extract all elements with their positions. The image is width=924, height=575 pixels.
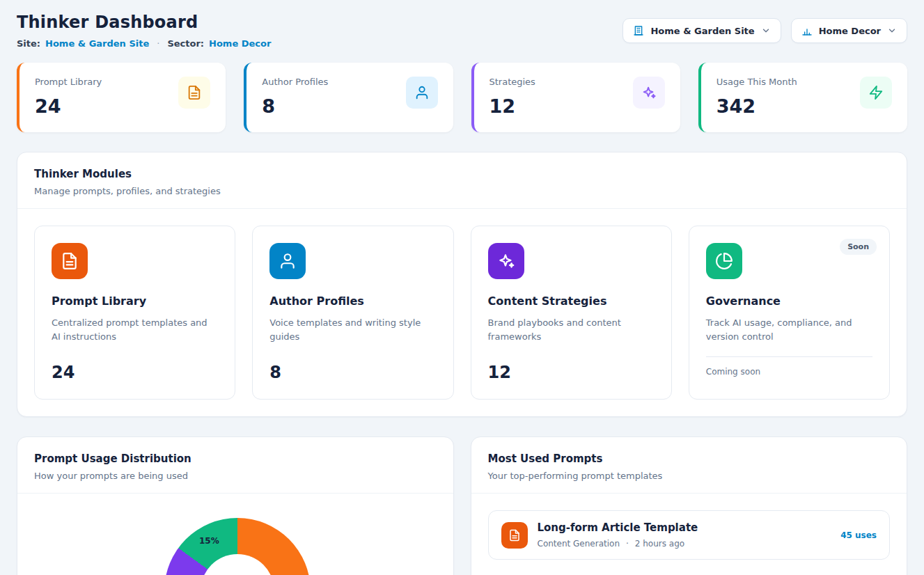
modules-grid: Prompt Library Centralized prompt templa… [17,209,907,416]
header-left: Thinker Dashboard Site: Home & Garden Si… [17,13,271,49]
site-selector-label: Home & Garden Site [650,26,754,36]
dashboard-page: Thinker Dashboard Site: Home & Garden Si… [0,0,924,575]
sector-selector-label: Home Decor [819,26,881,36]
stat-label: Author Profiles [262,77,328,87]
stat-value: 342 [717,95,797,117]
prompt-item-separator: · [626,539,629,549]
sector-label: Sector: [167,38,204,49]
stat-card-prompt-library: Prompt Library 24 [17,63,226,132]
prompt-list: Long-form Article Template Content Gener… [471,494,907,575]
thinker-modules-panel: Thinker Modules Manage prompts, profiles… [17,152,907,417]
stat-card-usage: Usage This Month 342 [698,63,907,132]
pie-chart-icon [706,243,742,279]
user-icon [269,243,306,279]
site-label: Site: [17,38,40,49]
stat-card-strategies: Strategies 12 [471,63,680,132]
coming-soon-text: Coming soon [706,367,872,377]
page-title: Thinker Dashboard [17,13,271,32]
stat-label: Usage This Month [717,77,797,87]
file-text-icon [178,77,210,109]
lightning-icon [860,77,892,109]
modules-panel-header: Thinker Modules Manage prompts, profiles… [17,152,907,209]
chevron-down-icon [761,26,771,36]
page-header: Thinker Dashboard Site: Home & Garden Si… [17,13,907,49]
prompts-card-title: Most Used Prompts [488,452,891,465]
bar-chart-icon [801,25,813,36]
stat-label: Prompt Library [35,77,102,87]
module-card-prompt-library[interactable]: Prompt Library Centralized prompt templa… [34,226,235,400]
stat-card-author-profiles: Author Profiles 8 [244,63,453,132]
meta-separator: · [157,38,159,49]
module-title: Prompt Library [52,294,218,308]
module-count: 24 [52,363,218,382]
module-card-author-profiles[interactable]: Author Profiles Voice templates and writ… [252,226,453,400]
file-text-icon [52,243,88,279]
prompts-card-subtitle: Your top-performing prompt templates [488,471,891,481]
stat-value: 8 [262,95,328,117]
module-card-governance[interactable]: Soon Governance Track AI usage, complian… [689,226,890,400]
modules-title: Thinker Modules [34,168,890,180]
module-description: Brand playbooks and content frameworks [488,316,655,344]
sector-selector-dropdown[interactable]: Home Decor [791,18,907,43]
usage-card-header: Prompt Usage Distribution How your promp… [17,437,453,494]
most-used-prompts-card: Most Used Prompts Your top-performing pr… [471,436,908,575]
sparkles-icon [633,77,665,109]
stat-value: 24 [35,95,102,117]
donut-slice-label: 15% [199,536,219,546]
stats-row: Prompt Library 24 Author Profiles 8 Stra… [17,63,907,132]
modules-subtitle: Manage prompts, profiles, and strategies [34,186,890,196]
sparkles-icon [488,243,524,279]
building-icon [633,25,644,36]
breadcrumb: Site: Home & Garden Site · Sector: Home … [17,38,271,49]
module-card-content-strategies[interactable]: Content Strategies Brand playbooks and c… [471,226,672,400]
prompt-list-item[interactable]: Long-form Article Template Content Gener… [488,510,891,560]
prompts-card-header: Most Used Prompts Your top-performing pr… [471,437,907,494]
module-count: 12 [488,363,655,382]
donut-chart: 15% [164,518,311,575]
soon-badge: Soon [840,239,877,255]
module-count: 8 [269,363,436,382]
module-divider [706,356,872,357]
prompt-item-uses-badge: 45 uses [840,530,877,540]
sector-link[interactable]: Home Decor [209,38,271,49]
module-title: Content Strategies [488,294,655,308]
prompt-item-time: 2 hours ago [635,539,684,549]
prompt-usage-distribution-card: Prompt Usage Distribution How your promp… [17,436,454,575]
module-title: Governance [706,294,872,308]
module-title: Author Profiles [269,294,436,308]
module-description: Track AI usage, compliance, and version … [706,316,872,344]
file-text-icon [501,522,528,549]
site-link[interactable]: Home & Garden Site [45,38,149,49]
prompt-item-category: Content Generation [538,539,620,549]
module-description: Centralized prompt templates and AI inst… [52,316,218,344]
bottom-row: Prompt Usage Distribution How your promp… [17,436,907,575]
header-actions: Home & Garden Site Home Decor [622,18,907,43]
module-description: Voice templates and writing style guides [269,316,436,344]
usage-card-subtitle: How your prompts are being used [34,471,437,481]
donut-chart-area: 15% [17,494,453,575]
chevron-down-icon [887,26,897,36]
stat-label: Strategies [490,77,535,87]
stat-value: 12 [490,95,535,117]
user-icon [406,77,438,109]
prompt-item-title: Long-form Article Template [538,521,831,534]
site-selector-dropdown[interactable]: Home & Garden Site [622,18,781,43]
usage-card-title: Prompt Usage Distribution [34,452,437,465]
